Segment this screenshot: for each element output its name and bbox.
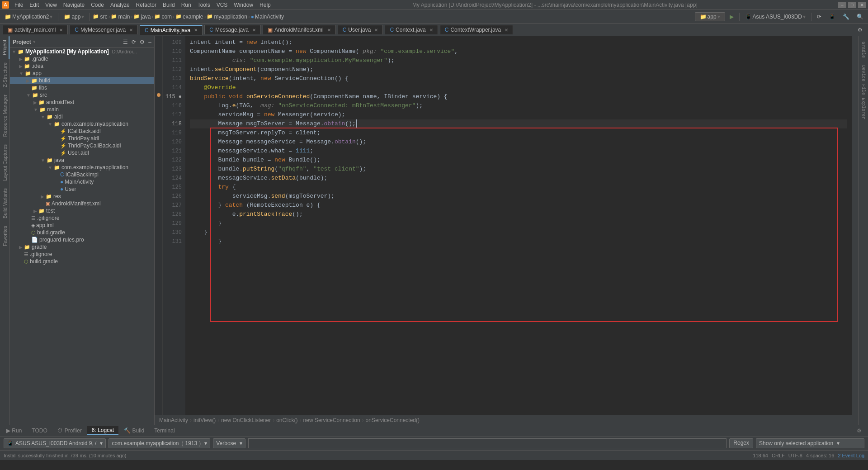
- minimize-button[interactable]: –: [838, 2, 846, 8]
- status-event-log[interactable]: 2 Event Log: [838, 453, 864, 458]
- bc-onserviceconnected[interactable]: onServiceConnected(): [366, 417, 420, 423]
- bc-serviceconnection[interactable]: new ServiceConnection: [303, 417, 360, 423]
- sidebar-item-project[interactable]: Project: [0, 36, 9, 59]
- tree-java[interactable]: ▼ 📁 java: [10, 157, 154, 164]
- tree-main[interactable]: ▼ 📁 main: [10, 106, 154, 113]
- sidebar-item-layout-captures[interactable]: Layout Captures: [1, 141, 9, 185]
- bc-initview[interactable]: initView(): [193, 417, 216, 423]
- tab-todo[interactable]: TODO: [27, 427, 52, 435]
- menu-tools[interactable]: Tools: [195, 1, 213, 9]
- tree-androidmanifest[interactable]: ▶ ▣ AndroidManifest.xml: [10, 200, 154, 207]
- maximize-button[interactable]: □: [848, 2, 856, 8]
- bc-mainactivity[interactable]: MainActivity: [159, 417, 188, 423]
- right-scrollbar[interactable]: [852, 36, 858, 415]
- tab-terminal[interactable]: Terminal: [150, 427, 179, 435]
- close-icon[interactable]: ✕: [429, 28, 433, 33]
- menu-code[interactable]: Code: [88, 1, 107, 9]
- close-icon[interactable]: ✕: [505, 28, 508, 33]
- close-icon[interactable]: ✕: [59, 28, 63, 33]
- tab-mymessenger-java[interactable]: C MyMessenger.java ✕: [70, 25, 138, 34]
- tree-gradle[interactable]: ▶ 📁 .gradle: [10, 55, 154, 62]
- run-button[interactable]: ▶: [727, 13, 736, 21]
- project-collapse-icon[interactable]: –: [148, 39, 151, 45]
- tab-mainactivity-java[interactable]: C MainActivity.java ✕: [140, 25, 203, 35]
- tree-gradle-root[interactable]: ▶ 📁 gradle: [10, 243, 154, 251]
- sidebar-item-z-structure[interactable]: Z-Structure: [1, 59, 9, 91]
- tree-androidtest[interactable]: ▶ 📁 androidTest: [10, 99, 154, 106]
- sync-button[interactable]: ⟳: [814, 13, 824, 21]
- bc-example[interactable]: 📁 example: [175, 14, 203, 20]
- close-icon[interactable]: ✕: [129, 28, 133, 33]
- tree-app[interactable]: ▼ 📁 app: [10, 70, 154, 77]
- status-line-separator[interactable]: CRLF: [772, 453, 785, 458]
- device-dropdown[interactable]: 📱 ASUS ASUS_I003DD Android 9, / ▾: [4, 438, 106, 448]
- close-icon[interactable]: ✕: [374, 28, 378, 33]
- code-body[interactable]: intent intent = new Intent(); ComponentN…: [185, 36, 852, 415]
- menu-help[interactable]: Help: [257, 1, 274, 9]
- level-dropdown[interactable]: Verbose ▾: [213, 438, 245, 448]
- tree-icallback-aidl[interactable]: ▶ ⚡ ICallBack.aidl: [10, 128, 154, 135]
- tree-thridpay-aidl[interactable]: ▶ ⚡ ThridPay.aidl: [10, 135, 154, 142]
- project-scope-icon[interactable]: ☰: [123, 39, 128, 45]
- tree-user-aidl[interactable]: ▶ ⚡ User.aidl: [10, 149, 154, 157]
- menu-build[interactable]: Build: [160, 1, 178, 9]
- menu-edit[interactable]: Edit: [27, 1, 42, 9]
- settings-icon[interactable]: ⚙: [852, 427, 866, 435]
- filter-dropdown[interactable]: Show only selected application ▾: [756, 438, 864, 448]
- tree-user[interactable]: ▶ ● User: [10, 185, 154, 193]
- project-gear-icon[interactable]: ⚙: [140, 39, 145, 45]
- tree-proguard[interactable]: ▶ 📄 proguard-rules.pro: [10, 236, 154, 243]
- bc-java[interactable]: 📁 java: [133, 14, 151, 20]
- menu-run[interactable]: Run: [179, 1, 194, 9]
- tree-gitignore[interactable]: ▶ ☰ .gitignore: [10, 214, 154, 222]
- bc-myapp[interactable]: 📁 myapplication: [207, 14, 247, 20]
- tree-aidl[interactable]: ▼ 📁 aidl: [10, 113, 154, 120]
- search-everywhere-button[interactable]: 🔍: [854, 13, 866, 21]
- device-selector[interactable]: 📱 Asus ASUS_I003DD ▾: [742, 13, 808, 21]
- menu-file[interactable]: File: [12, 1, 26, 9]
- tab-build[interactable]: 🔨 Build: [119, 427, 149, 435]
- tab-message-java[interactable]: C Message.java ✕: [204, 25, 261, 34]
- tab-context-java[interactable]: C Context.java ✕: [385, 25, 438, 34]
- tree-src[interactable]: ▼ 📁 src: [10, 91, 154, 99]
- close-icon[interactable]: ✕: [327, 28, 331, 33]
- status-encoding[interactable]: UTF-8: [788, 453, 802, 458]
- sidebar-item-gradle[interactable]: Gradle: [860, 38, 867, 62]
- tab-contextwrapper-java[interactable]: C ContextWrapper.java ✕: [440, 25, 514, 34]
- editor-settings-button[interactable]: ⚙: [855, 26, 865, 34]
- tree-icallbackimpl[interactable]: ▶ C ICallBackImpl: [10, 171, 154, 178]
- sidebar-item-favorites[interactable]: Favorites: [1, 222, 9, 250]
- tree-mainactivity[interactable]: ▶ ● MainActivity: [10, 178, 154, 185]
- tab-run[interactable]: ▶ Run: [2, 427, 26, 435]
- sidebar-item-resource-manager[interactable]: Resource Manager: [1, 91, 9, 141]
- sidebar-item-build-variants[interactable]: Build Variants: [1, 185, 9, 222]
- tree-app-iml[interactable]: ▶ ◈ app.iml: [10, 222, 154, 229]
- avd-button[interactable]: 📱: [826, 13, 838, 21]
- bc-src[interactable]: 📁 src: [93, 14, 107, 20]
- tree-java-com[interactable]: ▼ 📁 com.example.myapplication: [10, 164, 154, 171]
- sdk-button[interactable]: 🔧: [840, 13, 852, 21]
- project-selector[interactable]: 📁 MyApplication2 ▾: [2, 13, 55, 21]
- package-dropdown[interactable]: com.example.myapplication ( 1913 ) ▾: [108, 438, 210, 448]
- tree-thridpaycallback-aidl[interactable]: ▶ ⚡ ThridPayCallBack.aidl: [10, 142, 154, 149]
- tree-res[interactable]: ▶ 📁 res: [10, 193, 154, 200]
- close-button[interactable]: ✕: [858, 2, 866, 8]
- tree-root-build-gradle[interactable]: ▶ ⬡ build.gradle: [10, 258, 154, 265]
- tree-libs[interactable]: ▶ 📁 libs: [10, 84, 154, 91]
- close-icon[interactable]: ✕: [252, 28, 256, 33]
- bc-onclicklistener[interactable]: new OnClickListener: [221, 417, 271, 423]
- bc-mainactivity[interactable]: ● MainActivity: [251, 14, 284, 20]
- menu-refactor[interactable]: Refactor: [133, 1, 159, 9]
- tree-root-gitignore[interactable]: ▶ ☰ .gitignore: [10, 251, 154, 258]
- tree-root[interactable]: ▼ 📁 MyApplication2 [My Application] D:\A…: [10, 48, 154, 55]
- sidebar-item-device-file-explorer[interactable]: Device File Explorer: [860, 62, 867, 123]
- tree-idea[interactable]: ▶ 📁 .idea: [10, 62, 154, 70]
- module-selector[interactable]: 📁 app ▾: [61, 13, 87, 21]
- tab-profiler[interactable]: ⏱ Profiler: [53, 427, 86, 435]
- tree-build[interactable]: ▶ 📁 build: [10, 77, 154, 84]
- bc-main[interactable]: 📁 main: [111, 14, 130, 20]
- bc-com[interactable]: 📁 com: [154, 14, 172, 20]
- menu-window[interactable]: Window: [231, 1, 256, 9]
- bc-onclick[interactable]: onClick(): [276, 417, 297, 423]
- menu-vcs[interactable]: VCS: [214, 1, 231, 9]
